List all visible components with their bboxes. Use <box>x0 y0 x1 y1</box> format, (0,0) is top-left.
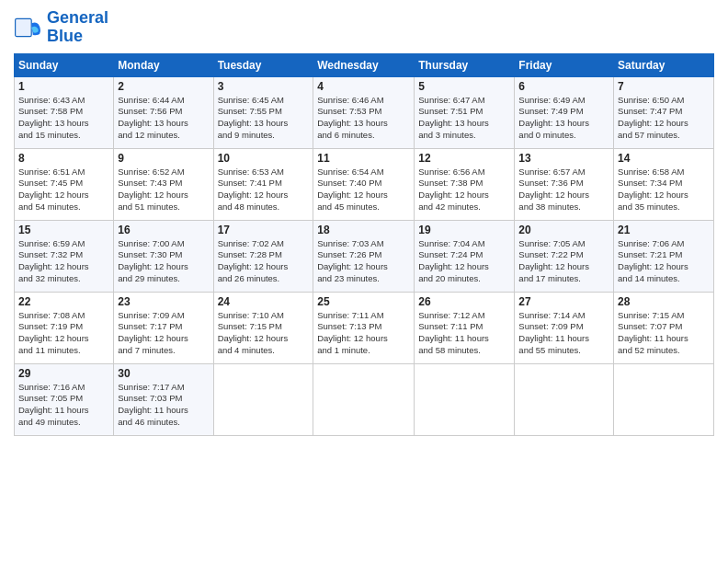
day-info: Sunrise: 7:09 AM Sunset: 7:17 PM Dayligh… <box>118 310 209 357</box>
week-row-4: 22Sunrise: 7:08 AM Sunset: 7:19 PM Dayli… <box>15 292 714 363</box>
day-cell <box>614 363 714 435</box>
day-number: 9 <box>118 152 209 165</box>
day-number: 17 <box>218 224 310 236</box>
day-number: 19 <box>418 224 510 236</box>
day-number: 15 <box>18 224 109 236</box>
week-row-1: 1Sunrise: 6:43 AM Sunset: 7:58 PM Daylig… <box>15 76 714 148</box>
day-info: Sunrise: 7:17 AM Sunset: 7:03 PM Dayligh… <box>118 382 209 429</box>
day-info: Sunrise: 7:02 AM Sunset: 7:28 PM Dayligh… <box>218 238 310 285</box>
svg-rect-0 <box>16 18 32 36</box>
day-number: 20 <box>518 224 609 236</box>
logo: General Blue <box>14 9 108 46</box>
logo-line2: Blue <box>47 28 108 46</box>
day-number: 16 <box>118 224 209 236</box>
day-number: 27 <box>518 295 609 308</box>
day-number: 23 <box>118 295 209 308</box>
day-info: Sunrise: 7:00 AM Sunset: 7:30 PM Dayligh… <box>118 238 209 285</box>
day-number: 18 <box>317 224 410 236</box>
header-day-sunday: Sunday <box>15 53 114 76</box>
day-info: Sunrise: 6:43 AM Sunset: 7:58 PM Dayligh… <box>18 95 109 142</box>
day-cell: 28Sunrise: 7:15 AM Sunset: 7:07 PM Dayli… <box>614 292 714 363</box>
day-cell: 16Sunrise: 7:00 AM Sunset: 7:30 PM Dayli… <box>114 220 213 292</box>
day-info: Sunrise: 6:58 AM Sunset: 7:34 PM Dayligh… <box>618 167 710 213</box>
day-cell: 14Sunrise: 6:58 AM Sunset: 7:34 PM Dayli… <box>614 148 714 220</box>
day-cell: 30Sunrise: 7:17 AM Sunset: 7:03 PM Dayli… <box>114 363 213 435</box>
day-cell: 3Sunrise: 6:45 AM Sunset: 7:55 PM Daylig… <box>213 76 313 148</box>
day-number: 25 <box>317 295 410 308</box>
day-info: Sunrise: 6:50 AM Sunset: 7:47 PM Dayligh… <box>618 95 710 142</box>
day-number: 6 <box>518 80 609 93</box>
day-number: 12 <box>418 152 510 165</box>
day-cell: 10Sunrise: 6:53 AM Sunset: 7:41 PM Dayli… <box>213 148 313 220</box>
day-info: Sunrise: 7:05 AM Sunset: 7:22 PM Dayligh… <box>518 238 609 285</box>
header-day-monday: Monday <box>114 53 213 76</box>
day-cell: 18Sunrise: 7:03 AM Sunset: 7:26 PM Dayli… <box>313 220 415 292</box>
day-number: 22 <box>18 295 109 308</box>
day-number: 4 <box>317 80 410 93</box>
day-number: 30 <box>118 367 209 380</box>
day-info: Sunrise: 7:06 AM Sunset: 7:21 PM Dayligh… <box>618 238 710 285</box>
day-cell: 6Sunrise: 6:49 AM Sunset: 7:49 PM Daylig… <box>515 76 614 148</box>
day-number: 21 <box>618 224 710 236</box>
header-day-saturday: Saturday <box>614 53 714 76</box>
day-info: Sunrise: 7:04 AM Sunset: 7:24 PM Dayligh… <box>418 238 510 285</box>
day-cell: 19Sunrise: 7:04 AM Sunset: 7:24 PM Dayli… <box>415 220 515 292</box>
day-cell: 26Sunrise: 7:12 AM Sunset: 7:11 PM Dayli… <box>415 292 515 363</box>
day-cell: 2Sunrise: 6:44 AM Sunset: 7:56 PM Daylig… <box>114 76 213 148</box>
day-cell: 24Sunrise: 7:10 AM Sunset: 7:15 PM Dayli… <box>213 292 313 363</box>
day-number: 1 <box>18 80 109 93</box>
header-day-thursday: Thursday <box>415 53 515 76</box>
day-info: Sunrise: 7:12 AM Sunset: 7:11 PM Dayligh… <box>418 310 510 357</box>
page-container: General Blue SundayMondayTuesdayWednesda… <box>0 0 728 445</box>
day-cell: 13Sunrise: 6:57 AM Sunset: 7:36 PM Dayli… <box>515 148 614 220</box>
week-row-5: 29Sunrise: 7:16 AM Sunset: 7:05 PM Dayli… <box>15 363 714 435</box>
day-number: 13 <box>518 152 609 165</box>
day-number: 11 <box>317 152 410 165</box>
week-row-3: 15Sunrise: 6:59 AM Sunset: 7:32 PM Dayli… <box>15 220 714 292</box>
day-cell: 8Sunrise: 6:51 AM Sunset: 7:45 PM Daylig… <box>15 148 114 220</box>
day-cell: 5Sunrise: 6:47 AM Sunset: 7:51 PM Daylig… <box>415 76 515 148</box>
day-cell <box>415 363 515 435</box>
day-number: 24 <box>218 295 310 308</box>
day-number: 5 <box>418 80 510 93</box>
day-info: Sunrise: 6:57 AM Sunset: 7:36 PM Dayligh… <box>518 167 609 213</box>
day-number: 28 <box>618 295 710 308</box>
day-info: Sunrise: 7:03 AM Sunset: 7:26 PM Dayligh… <box>317 238 410 285</box>
day-cell: 4Sunrise: 6:46 AM Sunset: 7:53 PM Daylig… <box>313 76 415 148</box>
header-day-tuesday: Tuesday <box>213 53 313 76</box>
day-number: 7 <box>618 80 710 93</box>
day-info: Sunrise: 6:59 AM Sunset: 7:32 PM Dayligh… <box>18 238 109 285</box>
day-cell <box>213 363 313 435</box>
day-info: Sunrise: 6:49 AM Sunset: 7:49 PM Dayligh… <box>518 95 609 142</box>
day-cell: 11Sunrise: 6:54 AM Sunset: 7:40 PM Dayli… <box>313 148 415 220</box>
day-info: Sunrise: 6:47 AM Sunset: 7:51 PM Dayligh… <box>418 95 510 142</box>
day-cell: 7Sunrise: 6:50 AM Sunset: 7:47 PM Daylig… <box>614 76 714 148</box>
logo-text: General Blue <box>47 9 108 46</box>
day-number: 2 <box>118 80 209 93</box>
day-info: Sunrise: 7:15 AM Sunset: 7:07 PM Dayligh… <box>618 310 710 357</box>
calendar-table: SundayMondayTuesdayWednesdayThursdayFrid… <box>14 53 714 436</box>
header-day-friday: Friday <box>515 53 614 76</box>
day-info: Sunrise: 6:46 AM Sunset: 7:53 PM Dayligh… <box>317 95 410 142</box>
day-info: Sunrise: 7:11 AM Sunset: 7:13 PM Dayligh… <box>317 310 410 357</box>
day-cell: 15Sunrise: 6:59 AM Sunset: 7:32 PM Dayli… <box>15 220 114 292</box>
day-number: 26 <box>418 295 510 308</box>
day-info: Sunrise: 6:54 AM Sunset: 7:40 PM Dayligh… <box>317 167 410 213</box>
day-number: 29 <box>18 367 109 380</box>
header-row: General Blue <box>14 9 714 46</box>
day-info: Sunrise: 7:08 AM Sunset: 7:19 PM Dayligh… <box>18 310 109 357</box>
day-cell: 25Sunrise: 7:11 AM Sunset: 7:13 PM Dayli… <box>313 292 415 363</box>
day-cell: 9Sunrise: 6:52 AM Sunset: 7:43 PM Daylig… <box>114 148 213 220</box>
week-row-2: 8Sunrise: 6:51 AM Sunset: 7:45 PM Daylig… <box>15 148 714 220</box>
logo-icon <box>14 13 43 42</box>
day-cell: 29Sunrise: 7:16 AM Sunset: 7:05 PM Dayli… <box>15 363 114 435</box>
day-cell: 23Sunrise: 7:09 AM Sunset: 7:17 PM Dayli… <box>114 292 213 363</box>
day-info: Sunrise: 7:14 AM Sunset: 7:09 PM Dayligh… <box>518 310 609 357</box>
day-cell: 1Sunrise: 6:43 AM Sunset: 7:58 PM Daylig… <box>15 76 114 148</box>
day-cell: 27Sunrise: 7:14 AM Sunset: 7:09 PM Dayli… <box>515 292 614 363</box>
day-cell: 17Sunrise: 7:02 AM Sunset: 7:28 PM Dayli… <box>213 220 313 292</box>
day-cell <box>313 363 415 435</box>
day-cell: 21Sunrise: 7:06 AM Sunset: 7:21 PM Dayli… <box>614 220 714 292</box>
day-cell: 12Sunrise: 6:56 AM Sunset: 7:38 PM Dayli… <box>415 148 515 220</box>
day-number: 8 <box>18 152 109 165</box>
